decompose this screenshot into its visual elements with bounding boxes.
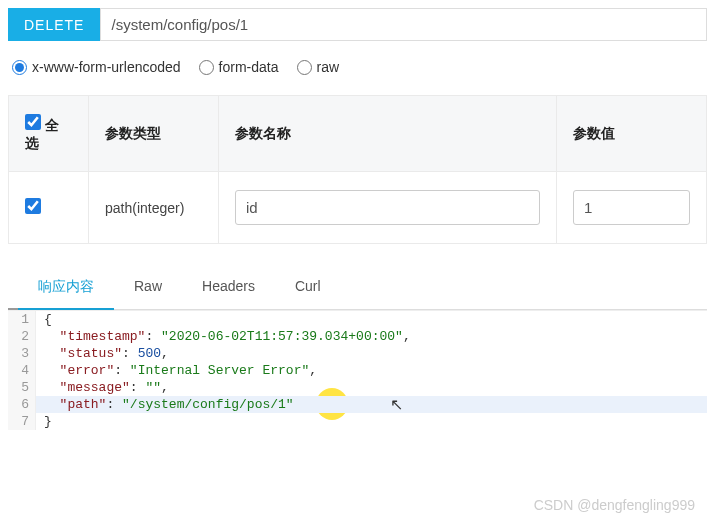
param-row-checkbox[interactable]	[25, 198, 41, 214]
body-type-formdata[interactable]: form-data	[199, 59, 279, 75]
params-table: 全选 参数类型 参数名称 参数值 path(integer)	[8, 95, 707, 244]
line-number: 3	[8, 345, 36, 362]
header-type: 参数类型	[89, 96, 219, 172]
param-name-input[interactable]	[235, 190, 540, 225]
code-editor[interactable]: 1{ 2 "timestamp": "2020-06-02T11:57:39.0…	[8, 310, 707, 430]
radio-input[interactable]	[12, 60, 27, 75]
param-value-input[interactable]	[573, 190, 690, 225]
code-text: "message": "",	[36, 379, 169, 396]
response-body: 1{ 2 "timestamp": "2020-06-02T11:57:39.0…	[8, 310, 707, 430]
request-url-input[interactable]	[100, 8, 707, 41]
line-number: 6	[8, 396, 36, 413]
body-type-urlencoded[interactable]: x-www-form-urlencoded	[12, 59, 181, 75]
param-type-cell: path(integer)	[89, 172, 219, 244]
tab-response-body[interactable]: 响应内容	[18, 266, 114, 310]
request-bar: DELETE	[8, 8, 707, 41]
tab-raw[interactable]: Raw	[114, 266, 182, 309]
radio-input[interactable]	[297, 60, 312, 75]
radio-label: x-www-form-urlencoded	[32, 59, 181, 75]
http-method-button[interactable]: DELETE	[8, 8, 100, 41]
code-text: }	[36, 413, 52, 430]
code-text: {	[36, 311, 52, 328]
radio-input[interactable]	[199, 60, 214, 75]
tab-spacer	[8, 266, 18, 310]
body-type-raw[interactable]: raw	[297, 59, 340, 75]
tab-headers[interactable]: Headers	[182, 266, 275, 309]
code-text: "status": 500,	[36, 345, 169, 362]
table-row: path(integer)	[9, 172, 707, 244]
radio-label: form-data	[219, 59, 279, 75]
line-number: 5	[8, 379, 36, 396]
line-number: 2	[8, 328, 36, 345]
line-number: 7	[8, 413, 36, 430]
line-number: 4	[8, 362, 36, 379]
radio-label: raw	[317, 59, 340, 75]
code-text: "path": "/system/config/pos/1"	[36, 396, 294, 413]
table-header-row: 全选 参数类型 参数名称 参数值	[9, 96, 707, 172]
line-number: 1	[8, 311, 36, 328]
code-text: "error": "Internal Server Error",	[36, 362, 317, 379]
response-tabs: 响应内容 Raw Headers Curl	[8, 266, 707, 310]
header-name: 参数名称	[219, 96, 557, 172]
tab-curl[interactable]: Curl	[275, 266, 341, 309]
body-type-radio-group: x-www-form-urlencoded form-data raw	[12, 59, 707, 75]
code-text: "timestamp": "2020-06-02T11:57:39.034+00…	[36, 328, 411, 345]
select-all-checkbox[interactable]	[25, 114, 41, 130]
header-value: 参数值	[557, 96, 707, 172]
